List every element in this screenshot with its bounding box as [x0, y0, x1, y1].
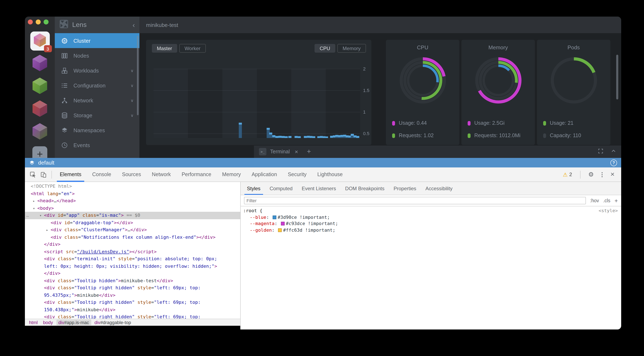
css-variable-row[interactable]: --magenta: #c93dce !important;: [243, 220, 618, 227]
devtools-tab-lighthouse[interactable]: Lighthouse: [312, 167, 348, 182]
cluster-dock-item[interactable]: [30, 123, 50, 142]
dom-node[interactable]: ▸<div class="ClusterManager">…</div>: [25, 226, 240, 233]
expand-arrow-icon[interactable]: ▸: [33, 198, 35, 205]
devtools-tab-sources[interactable]: Sources: [116, 167, 146, 182]
dom-node[interactable]: <div class="Tooltip right hidden" style=…: [25, 284, 240, 299]
warning-icon: ⚠: [563, 171, 568, 178]
styles-subtab-computed[interactable]: Computed: [265, 182, 297, 195]
terminal-tab[interactable]: Terminal: [270, 149, 290, 155]
kebab-menu-icon[interactable]: ⋮: [599, 171, 605, 178]
close-devtools-icon[interactable]: ×: [610, 170, 614, 178]
color-swatch[interactable]: [278, 228, 282, 232]
gear-icon[interactable]: ⚙: [588, 171, 594, 178]
styles-subtab-styles[interactable]: Styles: [242, 182, 265, 195]
breadcrumb-item[interactable]: div#app.is-mac: [56, 320, 91, 325]
sidebar-item-workloads[interactable]: Workloads∨: [55, 63, 140, 78]
breadcrumb-item[interactable]: html: [27, 320, 40, 325]
breadcrumb-item[interactable]: div#draggable-top: [92, 320, 133, 325]
sidebar-scrollbar[interactable]: [137, 36, 138, 115]
breadcrumb-item[interactable]: body: [41, 320, 55, 325]
dom-node[interactable]: <div class="Notifications flex column al…: [25, 233, 240, 241]
sidebar-item-namespaces[interactable]: Namespaces: [55, 123, 140, 138]
dom-node[interactable]: ▾<body>: [25, 204, 240, 212]
dom-node[interactable]: </div>: [25, 270, 240, 277]
styles-subtab-dom-breakpoints[interactable]: DOM Breakpoints: [341, 182, 389, 195]
devtools-tab-elements[interactable]: Elements: [54, 167, 87, 182]
device-toolbar-icon[interactable]: [38, 170, 49, 179]
lens-app-region: 3 + Lens ‹: [25, 16, 621, 158]
toggle-cpu[interactable]: CPU: [315, 44, 335, 53]
dom-node[interactable]: <html lang="en">: [25, 190, 240, 197]
warnings-badge[interactable]: ⚠ 2: [563, 171, 572, 178]
expand-arrow-icon[interactable]: ▾: [33, 205, 35, 212]
terminal-collapse-icon[interactable]: [611, 148, 616, 156]
legend-label: Usage: 2.5Gi: [474, 120, 504, 126]
dom-node[interactable]: ▸<head>…</head>: [25, 197, 240, 204]
chevron-down-icon: ∨: [130, 68, 134, 73]
terminal-close-icon[interactable]: ×: [295, 148, 298, 155]
hexagon-cluster-icon: [31, 99, 49, 119]
sidebar-item-events[interactable]: Events: [55, 138, 140, 153]
dom-node[interactable]: </div>: [25, 241, 240, 248]
dom-node[interactable]: <script src="/build/LensDev.js"></script…: [25, 248, 240, 255]
toggle-memory[interactable]: Memory: [337, 44, 366, 53]
sidebar-item-storage[interactable]: Storage∨: [55, 108, 140, 123]
namespace-label[interactable]: default: [38, 160, 54, 166]
sidebar-item-cluster[interactable]: Cluster: [55, 33, 140, 48]
dom-node[interactable]: <div class="Tooltip right hidden" style=…: [25, 299, 240, 313]
sidebar-header: Lens ‹: [55, 16, 140, 33]
cluster-dock-item[interactable]: [30, 54, 50, 73]
devtools-tab-security[interactable]: Security: [282, 167, 312, 182]
events-clock-icon: [60, 141, 68, 149]
tab-worker[interactable]: Worker: [179, 44, 206, 53]
css-variable-row[interactable]: --golden: #ffc63d !important;: [243, 227, 618, 233]
close-window-button[interactable]: [28, 19, 33, 24]
dom-node[interactable]: <div class="terminal-init" style="positi…: [25, 255, 240, 270]
terminal-fullscreen-icon[interactable]: [598, 148, 603, 156]
styles-subtab-event-listeners[interactable]: Event Listeners: [297, 182, 340, 195]
styles-subtab-accessibility[interactable]: Accessibility: [421, 182, 457, 195]
css-variable-row[interactable]: --blue: #3d90ce !important;: [243, 214, 618, 220]
devtools-tab-performance[interactable]: Performance: [176, 167, 216, 182]
sidebar-item-nodes[interactable]: Nodes: [55, 48, 140, 63]
dom-node[interactable]: <div id="draggable-top"></div>: [25, 219, 240, 226]
expand-arrow-icon[interactable]: ▾: [40, 212, 42, 219]
metrics-scrollbar[interactable]: [616, 55, 618, 99]
styles-panel: StylesComputedEvent ListenersDOM Breakpo…: [240, 182, 621, 330]
dom-node-selected[interactable]: …▾<div id="app" class="is-mac"> == $0: [25, 212, 240, 219]
toggle-classes[interactable]: .cls: [603, 198, 610, 203]
toggle-hover-state[interactable]: :hov: [590, 198, 599, 203]
namespace-status-bar: default ?: [25, 158, 621, 168]
devtools-tab-application[interactable]: Application: [246, 167, 282, 182]
collapse-sidebar-icon[interactable]: ‹: [132, 21, 135, 28]
help-icon[interactable]: ?: [610, 159, 617, 166]
dom-node[interactable]: <div class="Tooltip hidden">minikube-tes…: [25, 277, 240, 284]
minimize-window-button[interactable]: [36, 19, 41, 24]
pods-metric-card: Pods Usage: 21 Capacity: 110: [537, 40, 610, 145]
chevron-down-icon: ∨: [130, 98, 134, 103]
cluster-dock-item[interactable]: 3: [30, 31, 50, 51]
styles-filter-input[interactable]: [244, 197, 586, 204]
dom-node[interactable]: <!DOCTYPE html>: [25, 183, 240, 190]
sidebar-item-network[interactable]: Network∨: [55, 93, 140, 108]
sidebar-item-label: Workloads: [74, 67, 99, 74]
dom-node[interactable]: <div class="Tooltip right hidden" style=…: [25, 313, 240, 319]
main-area: minikube-test MasterWorker CPUMemory 21.…: [140, 16, 621, 158]
css-selector[interactable]: :root {: [243, 208, 262, 214]
inspect-element-icon[interactable]: [28, 170, 38, 179]
sidebar-item-configuration[interactable]: Configuration∨: [55, 78, 140, 93]
zoom-window-button[interactable]: [44, 19, 48, 24]
style-source-link[interactable]: <style>: [598, 208, 618, 214]
expand-arrow-icon[interactable]: ▸: [46, 227, 48, 234]
devtools-tab-console[interactable]: Console: [87, 167, 116, 182]
new-style-rule-icon[interactable]: +: [614, 197, 618, 204]
cluster-dock-item[interactable]: [30, 100, 50, 119]
devtools-tab-memory[interactable]: Memory: [217, 167, 246, 182]
terminal-add-icon[interactable]: +: [307, 148, 311, 156]
color-swatch[interactable]: [281, 222, 285, 225]
tab-master[interactable]: Master: [152, 44, 177, 53]
styles-subtab-properties[interactable]: Properties: [389, 182, 421, 195]
devtools-tab-network[interactable]: Network: [146, 167, 176, 182]
color-swatch[interactable]: [272, 215, 276, 219]
cluster-dock-item[interactable]: [30, 77, 50, 96]
